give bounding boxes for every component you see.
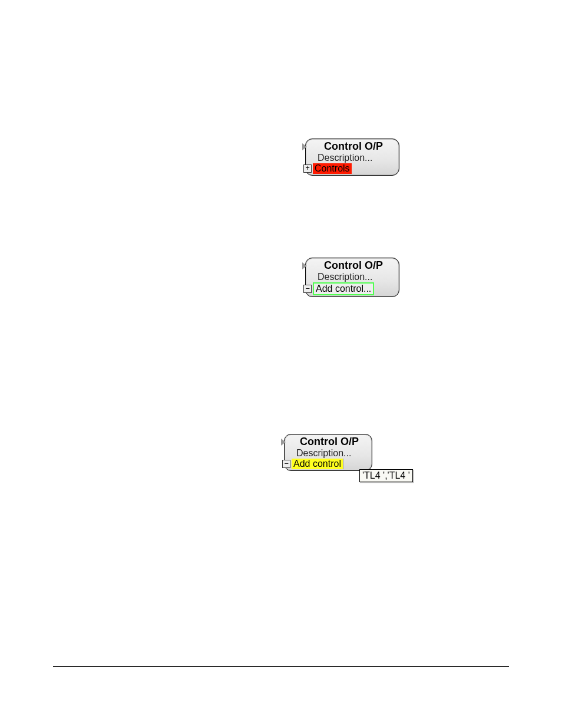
title-row: Control O/P (306, 139, 399, 153)
controls-row: − Add control (285, 459, 372, 469)
control-op-block-collapsed: Control O/P Description... + Controls (305, 139, 399, 176)
description-link[interactable]: Description... (306, 272, 399, 282)
control-op-block-with-tooltip: Control O/P Description... − Add control… (284, 434, 372, 471)
collapse-toggle[interactable]: − (282, 460, 290, 468)
control-op-block-expanded: Control O/P Description... − Add control… (305, 258, 399, 297)
block-body: Control O/P Description... − Add control… (305, 258, 399, 297)
block-title: Control O/P (324, 259, 383, 272)
arrow-icon (302, 262, 307, 269)
arrow-icon (281, 439, 286, 446)
controls-label-error[interactable]: Controls (313, 163, 352, 174)
tooltip: 'TL4 ','TL4 ' (359, 469, 413, 482)
arrow-icon (302, 143, 307, 150)
expand-toggle[interactable]: + (303, 164, 312, 173)
add-control-link[interactable]: Add control... (313, 282, 374, 295)
block-title: Control O/P (300, 436, 359, 448)
block-body: Control O/P Description... − Add control (284, 434, 372, 471)
description-link[interactable]: Description... (306, 153, 399, 163)
controls-row: + Controls (306, 163, 399, 174)
collapse-toggle[interactable]: − (303, 285, 312, 293)
divider (53, 666, 509, 667)
add-control-link-hover[interactable]: Add control (292, 459, 343, 469)
title-row: Control O/P (306, 258, 399, 272)
block-body: Control O/P Description... + Controls (305, 139, 399, 176)
description-link[interactable]: Description... (285, 448, 372, 459)
title-row: Control O/P (285, 434, 372, 448)
controls-row: − Add control... (306, 282, 399, 295)
block-title: Control O/P (324, 140, 383, 153)
